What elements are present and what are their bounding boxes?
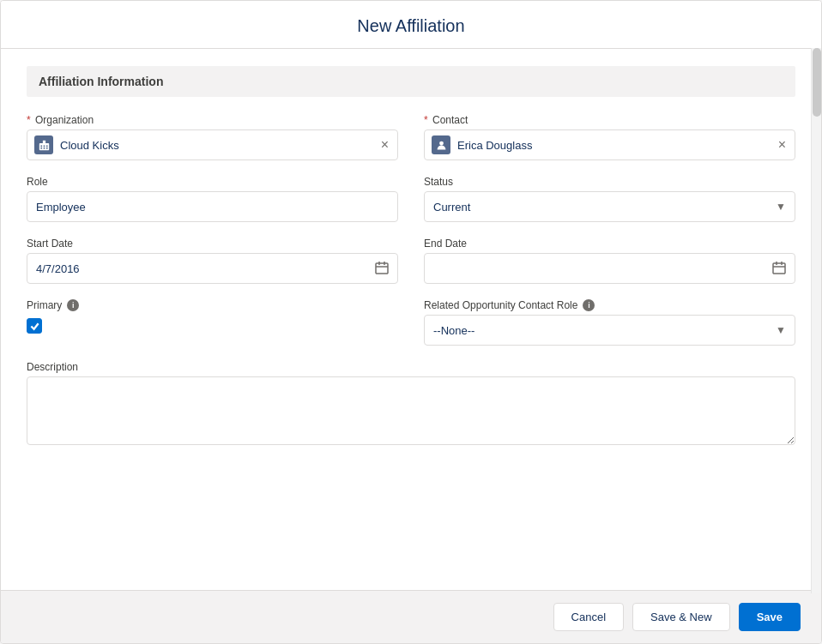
- status-value: Current: [433, 201, 776, 214]
- start-date-label: Start Date: [27, 238, 398, 250]
- svg-rect-3: [43, 145, 45, 147]
- modal-title: New Affiliation: [21, 16, 801, 36]
- description-textarea[interactable]: [27, 376, 795, 445]
- building-icon: [39, 140, 50, 151]
- primary-checkbox[interactable]: [27, 318, 42, 334]
- start-date-group: Start Date: [27, 238, 398, 284]
- organization-clear-button[interactable]: ×: [379, 138, 390, 152]
- checkmark-icon: [30, 322, 39, 331]
- modal-body: Affiliation Information * Organization: [1, 49, 821, 590]
- related-opp-label: Related Opportunity Contact Role: [424, 299, 577, 311]
- status-label: Status: [424, 176, 795, 188]
- svg-rect-2: [40, 145, 42, 147]
- related-opp-group: Related Opportunity Contact Role i --Non…: [424, 299, 795, 346]
- primary-label-row: Primary i: [27, 299, 398, 311]
- organization-value: Cloud Kicks: [60, 139, 379, 152]
- save-and-new-button[interactable]: Save & New: [632, 603, 730, 631]
- end-date-text[interactable]: [425, 262, 764, 275]
- svg-rect-1: [42, 140, 45, 142]
- contact-entity-icon: [432, 135, 450, 154]
- status-select[interactable]: Current ▼: [424, 191, 795, 222]
- organization-input[interactable]: Cloud Kicks ×: [27, 129, 398, 160]
- related-opp-select[interactable]: --None-- ▼: [424, 315, 795, 346]
- related-opp-label-row: Related Opportunity Contact Role i: [424, 299, 795, 311]
- svg-rect-13: [773, 263, 785, 274]
- svg-rect-4: [45, 145, 47, 147]
- role-input[interactable]: [27, 191, 398, 222]
- section-header: Affiliation Information: [27, 66, 795, 97]
- primary-checkbox-wrap: [27, 318, 398, 334]
- primary-info-icon[interactable]: i: [67, 299, 79, 311]
- description-group: Description: [27, 361, 795, 445]
- related-opp-value: --None--: [433, 324, 776, 337]
- end-date-calendar-icon[interactable]: [764, 261, 795, 277]
- scrollbar-track[interactable]: [811, 48, 821, 593]
- related-opp-dropdown-icon: ▼: [776, 324, 786, 336]
- role-label: Role: [27, 176, 398, 188]
- organization-label: * Organization: [27, 114, 398, 126]
- modal-header: New Affiliation: [1, 1, 821, 49]
- contact-group: * Contact Erica Douglass ×: [424, 114, 795, 160]
- contact-label: * Contact: [424, 114, 795, 126]
- modal-footer: Cancel Save & New Save: [1, 590, 821, 643]
- svg-rect-5: [40, 147, 42, 148]
- description-label: Description: [27, 361, 795, 373]
- svg-point-8: [439, 141, 444, 145]
- organization-required-star: *: [27, 114, 31, 126]
- end-date-input[interactable]: [424, 253, 795, 284]
- start-date-text[interactable]: [27, 262, 366, 275]
- contact-clear-button[interactable]: ×: [777, 138, 788, 152]
- contact-value: Erica Douglass: [457, 139, 777, 152]
- modal-container: New Affiliation Affiliation Information …: [0, 0, 822, 644]
- related-opp-info-icon[interactable]: i: [583, 299, 595, 311]
- svg-rect-6: [43, 147, 45, 148]
- primary-label: Primary: [27, 299, 62, 311]
- end-date-label: End Date: [424, 238, 795, 250]
- status-group: Status Current ▼: [424, 176, 795, 222]
- start-date-input[interactable]: [27, 253, 398, 284]
- organization-entity-icon: [34, 135, 53, 154]
- start-date-calendar-icon[interactable]: [366, 261, 397, 277]
- svg-rect-9: [376, 263, 388, 274]
- form-grid: * Organization: [27, 114, 795, 445]
- scrollbar-thumb[interactable]: [813, 48, 821, 117]
- contact-required-star: *: [424, 114, 428, 126]
- svg-rect-7: [45, 147, 47, 148]
- cancel-button[interactable]: Cancel: [553, 603, 624, 631]
- status-dropdown-icon: ▼: [776, 201, 786, 213]
- primary-group: Primary i: [27, 299, 398, 346]
- role-group: Role: [27, 176, 398, 222]
- organization-group: * Organization: [27, 114, 398, 160]
- person-icon: [436, 140, 447, 151]
- end-date-group: End Date: [424, 238, 795, 284]
- contact-input[interactable]: Erica Douglass ×: [424, 129, 795, 160]
- save-button[interactable]: Save: [739, 603, 801, 631]
